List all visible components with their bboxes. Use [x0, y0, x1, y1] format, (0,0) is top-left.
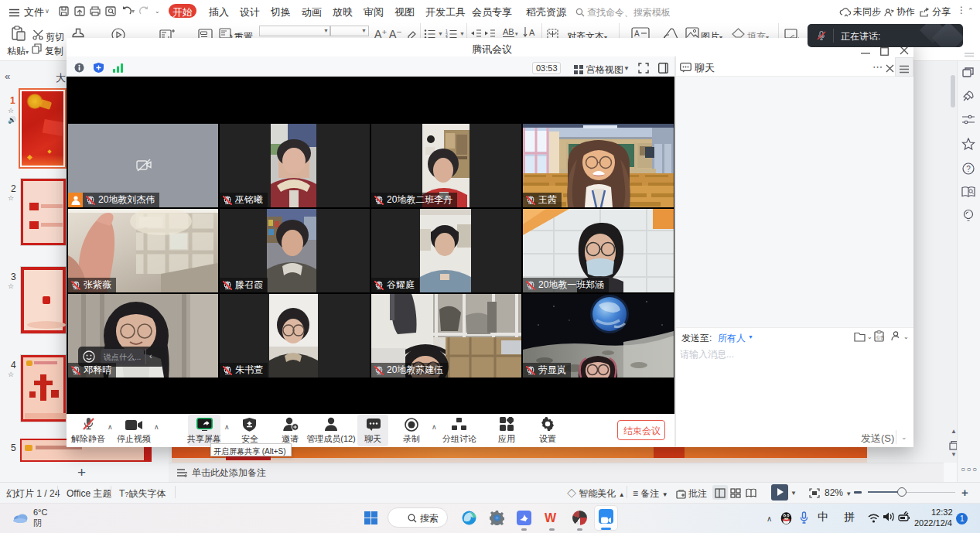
svg-text:?: ?: [966, 165, 971, 173]
svg-text:W: W: [545, 511, 557, 524]
svg-text:A: A: [634, 29, 640, 38]
svg-text:A: A: [529, 28, 535, 37]
svg-text:公告: 公告: [876, 335, 885, 340]
